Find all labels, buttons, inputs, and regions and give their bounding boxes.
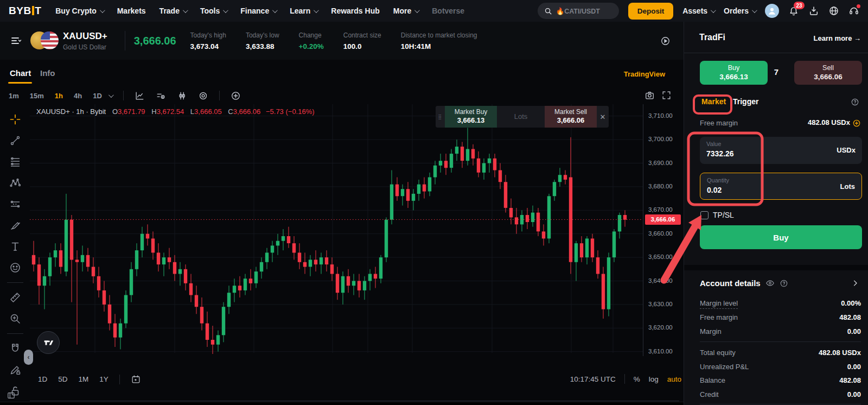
range-1d[interactable]: 1D bbox=[38, 375, 47, 383]
account-details-header: Account details bbox=[700, 279, 788, 288]
top-navbar: BYBT Buy Crypto Markets Trade Tools Fina… bbox=[0, 0, 868, 22]
projection-tool-icon[interactable] bbox=[9, 198, 22, 211]
order-type-tab-trigger[interactable]: Trigger bbox=[733, 97, 758, 106]
clock-utc[interactable]: 10:17:45 UTC bbox=[570, 375, 616, 383]
instrument-name-block[interactable]: XAUUSD+ Gold US Dollar bbox=[63, 31, 107, 51]
value-field[interactable]: Value 7332.26 USDx bbox=[700, 137, 862, 164]
divider bbox=[7, 333, 23, 334]
nav-markets[interactable]: Markets bbox=[117, 7, 146, 15]
notification-badge: 23 bbox=[794, 2, 805, 9]
chevron-down-icon bbox=[711, 8, 716, 13]
nav-finance[interactable]: Finance bbox=[240, 7, 276, 15]
auto-scale-toggle[interactable]: auto bbox=[667, 375, 681, 383]
candlestick-chart[interactable] bbox=[30, 104, 643, 356]
nav-orders[interactable]: Orders bbox=[724, 7, 756, 15]
quantity-field[interactable]: Quantity 0.02 Lots bbox=[700, 173, 862, 200]
ruler-tool-icon[interactable] bbox=[9, 291, 22, 304]
ticker-stats: Today's high3,673.04 Today's low3,633.88… bbox=[190, 31, 477, 50]
text-tool-icon[interactable] bbox=[9, 240, 22, 253]
tradingview-brand[interactable]: TradingView bbox=[624, 70, 665, 78]
emoji-tool-icon[interactable] bbox=[9, 261, 22, 274]
chart-settings-icon[interactable] bbox=[198, 91, 208, 101]
range-1m[interactable]: 1M bbox=[79, 375, 89, 383]
timeframe-1m[interactable]: 1m bbox=[9, 92, 19, 100]
section-gap bbox=[684, 265, 868, 270]
divider bbox=[624, 374, 625, 384]
range-5d[interactable]: 5D bbox=[58, 375, 67, 383]
nav-assets[interactable]: Assets bbox=[682, 7, 714, 15]
timeframe-4h[interactable]: 4h bbox=[74, 92, 82, 100]
timeframe-15m[interactable]: 15m bbox=[30, 92, 44, 100]
search-input[interactable]: 🔥CATI/USDT bbox=[538, 3, 619, 19]
percent-scale-toggle[interactable]: % bbox=[634, 375, 640, 383]
crosshair-tool-icon[interactable] bbox=[9, 113, 22, 126]
add-funds-plus-icon[interactable] bbox=[852, 119, 861, 128]
nav-trade[interactable]: Trade bbox=[159, 7, 187, 15]
nav-rewards-hub[interactable]: Rewards Hub bbox=[331, 7, 379, 15]
tab-chart[interactable]: Chart bbox=[10, 68, 31, 78]
xabcd-pattern-tool-icon[interactable] bbox=[9, 176, 22, 189]
account-help-icon[interactable] bbox=[780, 279, 788, 288]
goto-date-icon[interactable] bbox=[131, 374, 141, 384]
divider bbox=[123, 91, 124, 100]
nav-learn[interactable]: Learn bbox=[290, 7, 317, 15]
lots-selector[interactable]: Lots bbox=[497, 106, 545, 128]
nav-more[interactable]: More bbox=[393, 7, 418, 15]
divider bbox=[700, 341, 861, 342]
toolbar-collapse-handle[interactable]: ‹ bbox=[24, 350, 33, 365]
buy-submit-button[interactable]: Buy bbox=[700, 225, 862, 249]
chevron-down-icon bbox=[752, 8, 757, 13]
market-buy-button[interactable]: Market Buy 3,666.13 bbox=[445, 106, 497, 128]
timeframe-dropdown-icon[interactable] bbox=[108, 92, 114, 98]
tpsl-checkbox[interactable] bbox=[700, 211, 709, 219]
timeframe-1h[interactable]: 1h bbox=[55, 92, 63, 100]
help-question-icon[interactable] bbox=[851, 98, 859, 106]
close-icon[interactable]: ✕ bbox=[597, 106, 609, 128]
avatar[interactable] bbox=[765, 4, 779, 18]
magnet-tool-icon[interactable] bbox=[9, 342, 22, 355]
divider bbox=[219, 91, 220, 100]
chart-style-icon[interactable] bbox=[135, 91, 145, 101]
fullscreen-expand-icon[interactable] bbox=[661, 90, 672, 100]
fib-lines-tool-icon[interactable] bbox=[9, 155, 22, 168]
nav-botverse[interactable]: Botverse bbox=[432, 7, 464, 15]
bottom-panel-toggle-icon[interactable] bbox=[7, 391, 16, 400]
add-compare-icon[interactable] bbox=[231, 91, 241, 101]
log-scale-toggle[interactable]: log bbox=[649, 375, 659, 383]
buy-quote-button[interactable]: Buy 3,666.13 bbox=[700, 61, 768, 85]
tradingview-logo[interactable] bbox=[37, 331, 60, 354]
drag-handle-icon[interactable]: ⣿ bbox=[436, 106, 445, 128]
legend-change: −5.73 (−0.16%) bbox=[266, 107, 315, 116]
eye-icon[interactable] bbox=[765, 279, 775, 288]
price-axis[interactable]: 3,666.06 3,710.003,700.003,690.003,680.0… bbox=[643, 104, 684, 356]
market-sell-button[interactable]: Market Sell 3,666.06 bbox=[545, 106, 597, 128]
brush-tool-icon[interactable] bbox=[9, 219, 22, 232]
tab-info[interactable]: Info bbox=[40, 68, 55, 78]
bybit-logo[interactable]: BYBT bbox=[9, 5, 41, 17]
range-1y[interactable]: 1Y bbox=[99, 375, 108, 383]
support-headset-icon[interactable] bbox=[848, 5, 859, 16]
trendline-tool-icon[interactable] bbox=[9, 134, 22, 147]
tutorial-play-icon[interactable] bbox=[660, 36, 671, 46]
instrument-icon-pair bbox=[30, 31, 59, 50]
nav-buy-crypto[interactable]: Buy Crypto bbox=[55, 7, 103, 15]
chart-body: XAUUSD+ · 1h · Bybit O3,671.79 H3,672.54… bbox=[0, 104, 684, 356]
instrument-menu-icon[interactable] bbox=[10, 34, 23, 47]
language-globe-icon[interactable] bbox=[828, 5, 839, 16]
order-type-tab-market[interactable]: Market bbox=[701, 97, 726, 106]
account-expand-chevron-icon[interactable] bbox=[851, 279, 859, 287]
zoom-in-tool-icon[interactable] bbox=[9, 312, 22, 325]
quantity-field-label: Quantity bbox=[707, 177, 855, 183]
nav-tools[interactable]: Tools bbox=[200, 7, 227, 15]
learn-more-link[interactable]: Learn more → bbox=[814, 34, 861, 42]
download-app-icon[interactable] bbox=[808, 5, 819, 16]
compare-candles-icon[interactable] bbox=[177, 91, 187, 101]
deposit-button[interactable]: Deposit bbox=[628, 3, 674, 20]
last-price: 3,666.06 bbox=[134, 35, 176, 47]
row-margin-level-label[interactable]: Margin level bbox=[700, 299, 738, 309]
sell-quote-button[interactable]: Sell 3,666.06 bbox=[794, 61, 862, 85]
timeframe-1d[interactable]: 1D bbox=[93, 92, 102, 100]
screenshot-camera-icon[interactable] bbox=[644, 90, 655, 100]
indicators-icon[interactable] bbox=[156, 91, 166, 101]
notifications-button[interactable]: 23 bbox=[788, 5, 799, 16]
